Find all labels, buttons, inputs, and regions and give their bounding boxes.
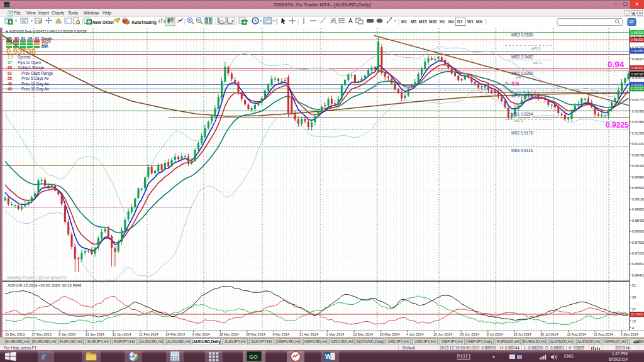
svg-text:H4: H4	[448, 19, 454, 24]
svg-text:27 Dec 2013: 27 Dec 2013	[32, 332, 52, 336]
svg-text:A: A	[348, 18, 353, 25]
svg-text:0.94586: 0.94586	[631, 49, 643, 53]
svg-text:0.89590: 0.89590	[632, 186, 644, 190]
svg-text:MS2 0.9176: MS2 0.9176	[511, 131, 533, 135]
svg-text:0.94370: 0.94370	[632, 57, 644, 61]
svg-text:0.91580: 0.91580	[632, 131, 644, 135]
svg-text:21 Aug 2014: 21 Aug 2014	[594, 332, 613, 336]
svg-text:D1: D1	[21, 37, 26, 40]
svg-text:55: 55	[8, 76, 13, 80]
svg-text:Spread: Spread	[18, 55, 31, 60]
svg-text:21 Jan 2014: 21 Jan 2014	[86, 332, 104, 336]
svg-text:ADX(14) 15.2516 +DI:20.3363 -D: ADX(14) 15.2516 +DI:20.3363 -DI:15.9948	[8, 283, 82, 287]
svg-text:23 May 2014: 23 May 2014	[380, 332, 400, 336]
svg-text:18 Jul 2014: 18 Jul 2014	[513, 332, 531, 336]
svg-text:12 Feb 2014: 12 Feb 2014	[139, 332, 158, 336]
svg-text:8 Jul 2014: 8 Jul 2014	[487, 332, 502, 336]
svg-text:20.0000: 20.0000	[631, 312, 643, 316]
svg-text:24 Feb 2014: 24 Feb 2014	[165, 332, 185, 336]
svg-text:wR 2: wR 2	[533, 61, 542, 65]
svg-text:0.89990: 0.89990	[632, 175, 644, 179]
svg-text:0.93290: 0.93290	[631, 87, 643, 90]
svg-text:0.94: 0.94	[608, 60, 625, 69]
svg-text:wR 1: wR 1	[515, 75, 525, 79]
svg-text:MN: MN	[476, 19, 482, 24]
svg-text:▼ AUDUSD,Daily 0.93472 0.9401: ▼ AUDUSD,Daily 0.93472 0.94012 0.93320 0…	[5, 30, 86, 33]
svg-text:0.93738: 0.93738	[631, 72, 643, 76]
svg-text:0.91180: 0.91180	[632, 142, 644, 146]
svg-text:49: 49	[8, 82, 13, 86]
svg-text:4: 4	[632, 326, 634, 330]
svg-text:49: 49	[8, 87, 13, 91]
svg-text:W1: W1	[467, 19, 474, 24]
svg-text:1.5: 1.5	[8, 55, 13, 59]
svg-text:0.90390: 0.90390	[632, 164, 644, 168]
svg-text:0.86410: 0.86410	[632, 273, 644, 277]
svg-text:11 Aug 2014: 11 Aug 2014	[567, 332, 586, 336]
svg-text:0.95300: 0.95300	[631, 31, 643, 35]
svg-text:39: 39	[632, 295, 636, 299]
svg-text:9 Jan 2014: 9 Jan 2014	[58, 332, 75, 336]
svg-text:0.95000: 0.95000	[631, 38, 643, 41]
svg-text:0.87200: 0.87200	[632, 251, 644, 255]
svg-text:EMA: EMA	[42, 45, 48, 48]
svg-text:M30: M30	[429, 19, 437, 24]
svg-text:W1: W1	[14, 37, 19, 40]
svg-text:Today’s Range: Today’s Range	[18, 65, 45, 70]
svg-text:9 Apr 2014: 9 Apr 2014	[273, 332, 290, 336]
svg-text:Prev 10 Day Av: Prev 10 Day Av	[21, 82, 50, 87]
svg-text:0.92770: 0.92770	[632, 98, 644, 102]
svg-text:0.88000: 0.88000	[632, 229, 644, 233]
svg-text:0.87600: 0.87600	[632, 241, 644, 244]
svg-text:0.86810: 0.86810	[632, 262, 644, 266]
svg-text:Prev Days Range: Prev Days Range	[21, 71, 53, 76]
svg-text:AutoTrading: AutoTrading	[131, 20, 157, 25]
svg-text:Pips to Open: Pips to Open	[18, 60, 41, 65]
svg-text:Prev 5 Days Av: Prev 5 Days Av	[21, 76, 49, 81]
svg-text:27: 27	[8, 60, 13, 65]
svg-text:51: 51	[632, 283, 636, 287]
svg-text:6 Mar 2014: 6 Mar 2014	[192, 332, 210, 336]
svg-text:4 Jun 2014: 4 Jun 2014	[406, 332, 423, 336]
svg-text:0.94000: 0.94000	[631, 66, 643, 70]
svg-text:New Order: New Order	[92, 20, 114, 25]
svg-text:M1: M1	[401, 19, 407, 24]
svg-text:D1: D1	[457, 19, 463, 24]
svg-text:MPV 0.9314: MPV 0.9314	[511, 94, 534, 98]
svg-text:0.9225: 0.9225	[606, 121, 629, 129]
svg-text:27: 27	[632, 307, 636, 311]
svg-text:2 Sep 2014: 2 Sep 2014	[621, 332, 638, 336]
svg-text:Prev 30 Day Av: Prev 30 Day Av	[21, 87, 50, 92]
svg-text:^- 0:5: ^- 0:5	[505, 80, 519, 87]
svg-text:0.89190: 0.89190	[632, 197, 644, 201]
svg-text:e: e	[42, 351, 46, 361]
svg-text:H1: H1	[440, 19, 445, 24]
svg-text:GO: GO	[249, 354, 258, 360]
svg-text:31 Jan 2014: 31 Jan 2014	[112, 332, 131, 336]
svg-text:wR 3: wR 3	[531, 47, 540, 50]
svg-text:wS 1: wS 1	[514, 103, 523, 107]
svg-text:30 Jul 2014: 30 Jul 2014	[540, 332, 558, 336]
svg-text:18 Mar 2014: 18 Mar 2014	[219, 332, 238, 336]
svg-text:MS1 0.9254: MS1 0.9254	[511, 112, 533, 116]
svg-text:16 Dec 2013: 16 Dec 2013	[5, 332, 25, 336]
svg-text:0.90790: 0.90790	[632, 153, 644, 157]
svg-text:H4: H4	[28, 37, 33, 40]
svg-text:21 Apr 2014: 21 Apr 2014	[299, 332, 318, 336]
svg-text:Weekly Pivots | @CompassFX: Weekly Pivots | @CompassFX	[7, 275, 67, 280]
svg-text:MR3 0.9530: MR3 0.9530	[511, 33, 533, 37]
svg-text:MR1 0.9392: MR1 0.9392	[511, 71, 533, 75]
svg-text:0.92380: 0.92380	[632, 109, 644, 113]
svg-text:62: 62	[8, 71, 13, 75]
svg-text:MS3 0.9116: MS3 0.9116	[511, 148, 533, 153]
svg-text:0.91980: 0.91980	[632, 120, 644, 124]
svg-text:1 May 2014: 1 May 2014	[326, 332, 345, 336]
svg-text:MR2 0.9452: MR2 0.9452	[511, 55, 533, 59]
svg-text:26 Jun 2014: 26 Jun 2014	[460, 332, 479, 336]
svg-text:M15: M15	[419, 19, 427, 24]
svg-text:wS 2: wS 2	[514, 119, 523, 123]
svg-text:MN: MN	[7, 37, 12, 40]
svg-text:H1: H1	[35, 37, 40, 40]
svg-text:13 May 2014: 13 May 2014	[353, 332, 373, 336]
svg-text:M5: M5	[411, 19, 416, 24]
